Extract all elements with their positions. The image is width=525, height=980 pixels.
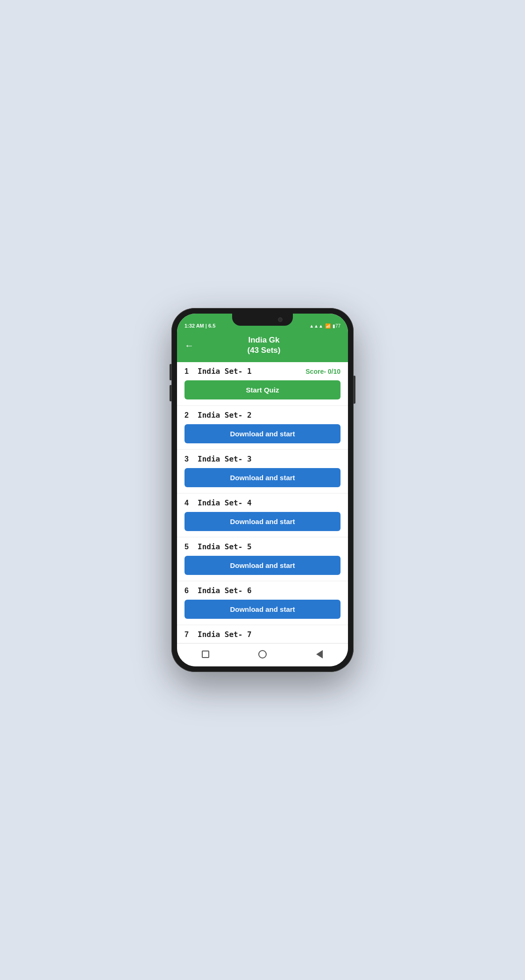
quiz-number-title-4: 4India Set- 4 [184, 498, 252, 507]
notch [232, 314, 293, 326]
download-start-button-4[interactable]: Download and start [184, 512, 341, 531]
nav-back-button[interactable] [314, 649, 325, 659]
status-icons: ▲▲▲ 📶 ▮77 [309, 323, 341, 329]
download-start-button-2[interactable]: Download and start [184, 424, 341, 443]
quiz-number-1: 1 [184, 367, 192, 376]
quiz-number-2: 2 [184, 411, 192, 420]
signal-icon: ▲▲▲ [309, 323, 323, 329]
home-icon [258, 650, 267, 658]
phone-device: 1:32 AM | 6.5 ▲▲▲ 📶 ▮77 ← India Gk (43 S… [171, 308, 354, 672]
quiz-list: 1India Set- 1Score- 0/10Start Quiz2India… [177, 362, 348, 643]
quiz-item-header-1: 1India Set- 1Score- 0/10 [177, 362, 348, 378]
volume-down-button[interactable] [170, 385, 171, 401]
quiz-title-3: India Set- 3 [198, 455, 252, 463]
quiz-title-6: India Set- 6 [198, 586, 252, 595]
quiz-item-header-5: 5India Set- 5 [177, 538, 348, 554]
quiz-number-4: 4 [184, 499, 192, 507]
start-quiz-button-1[interactable]: Start Quiz [184, 380, 341, 399]
header-main-title: India Gk [199, 335, 329, 345]
quiz-item-header-4: 4India Set- 4 [177, 494, 348, 510]
power-button[interactable] [354, 376, 355, 404]
header-title: India Gk (43 Sets) [199, 335, 329, 356]
volume-up-button[interactable] [170, 364, 171, 380]
back-icon [316, 650, 323, 658]
quiz-item-header-6: 6India Set- 6 [177, 581, 348, 598]
quiz-item-2: 2India Set- 2Download and start [177, 406, 348, 449]
quiz-item-header-7: 7India Set- 7 [177, 625, 348, 642]
bottom-navigation [177, 643, 348, 666]
quiz-score-1: Score- 0/10 [305, 368, 341, 375]
download-start-button-5[interactable]: Download and start [184, 556, 341, 575]
recents-icon [202, 651, 209, 658]
battery-icon: ▮77 [333, 323, 341, 329]
back-button[interactable]: ← [184, 340, 194, 351]
quiz-number-title-5: 5India Set- 5 [184, 542, 252, 551]
quiz-number-5: 5 [184, 543, 192, 551]
quiz-item-header-3: 3India Set- 3 [177, 450, 348, 466]
quiz-number-title-3: 3India Set- 3 [184, 455, 252, 463]
phone-screen: 1:32 AM | 6.5 ▲▲▲ 📶 ▮77 ← India Gk (43 S… [177, 314, 348, 666]
app-header: ← India Gk (43 Sets) [177, 330, 348, 362]
quiz-item-header-2: 2India Set- 2 [177, 406, 348, 422]
quiz-number-3: 3 [184, 455, 192, 463]
wifi-icon: 📶 [325, 323, 331, 329]
nav-home-button[interactable] [257, 649, 268, 659]
quiz-title-7: India Set- 7 [198, 630, 252, 639]
quiz-number-title-6: 6India Set- 6 [184, 586, 252, 595]
nav-recents-button[interactable] [200, 649, 211, 659]
quiz-item-6: 6India Set- 6Download and start [177, 581, 348, 624]
quiz-item-4: 4India Set- 4Download and start [177, 494, 348, 537]
quiz-title-1: India Set- 1 [198, 367, 252, 376]
quiz-number-title-7: 7India Set- 7 [184, 630, 252, 639]
status-time: 1:32 AM | 6.5 [184, 323, 215, 329]
quiz-title-5: India Set- 5 [198, 542, 252, 551]
quiz-title-2: India Set- 2 [198, 411, 252, 420]
download-start-button-6[interactable]: Download and start [184, 600, 341, 619]
quiz-title-4: India Set- 4 [198, 498, 252, 507]
quiz-number-6: 6 [184, 587, 192, 595]
quiz-item-1: 1India Set- 1Score- 0/10Start Quiz [177, 362, 348, 405]
quiz-number-title-2: 2India Set- 2 [184, 411, 252, 420]
camera-icon [278, 317, 283, 322]
quiz-number-title-1: 1India Set- 1 [184, 367, 252, 376]
quiz-item-3: 3India Set- 3Download and start [177, 450, 348, 493]
quiz-item-5: 5India Set- 5Download and start [177, 538, 348, 581]
header-subtitle: (43 Sets) [199, 345, 329, 356]
quiz-item-7: 7India Set- 7Download and start [177, 625, 348, 643]
download-start-button-3[interactable]: Download and start [184, 468, 341, 487]
quiz-number-7: 7 [184, 630, 192, 639]
